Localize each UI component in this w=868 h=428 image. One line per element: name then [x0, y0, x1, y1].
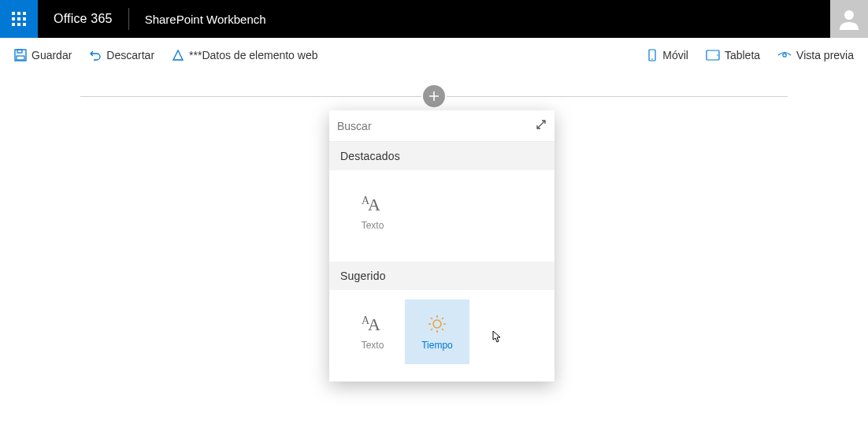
discard-label: Descartar	[106, 49, 154, 61]
app-launcher[interactable]	[0, 0, 38, 38]
tile-weather[interactable]: Tiempo	[405, 300, 469, 364]
webpart-data-label: ***Datos de elemento web	[189, 49, 317, 61]
triangle-icon	[172, 49, 184, 61]
preview-icon	[777, 50, 792, 61]
tile-text[interactable]: AA Texto	[340, 300, 405, 364]
section-suggested-body: AA Texto Tiempo	[329, 290, 555, 381]
suite-header: Office 365 SharePoint Workbench	[0, 0, 868, 38]
undo-icon	[89, 49, 102, 61]
tablet-icon	[706, 50, 720, 61]
app-title: SharePoint Workbench	[129, 13, 282, 26]
tile-text[interactable]: AA Texto	[340, 180, 405, 244]
mobile-button[interactable]: Móvil	[642, 46, 693, 65]
preview-button[interactable]: Vista previa	[773, 46, 859, 65]
user-avatar[interactable]	[830, 0, 868, 38]
tablet-label: Tableta	[725, 49, 760, 61]
save-icon	[14, 49, 27, 61]
mobile-label: Móvil	[662, 49, 688, 61]
tile-label: Texto	[362, 340, 384, 351]
canvas	[0, 73, 868, 106]
preview-label: Vista previa	[796, 49, 854, 61]
webpart-data-button[interactable]: ***Datos de elemento web	[167, 46, 322, 65]
svg-point-5	[651, 58, 653, 60]
svg-point-9	[433, 320, 441, 328]
tile-label: Texto	[362, 220, 384, 231]
tablet-button[interactable]: Tableta	[701, 46, 765, 65]
svg-point-7	[717, 54, 718, 56]
section-featured-body: AA Texto	[329, 170, 555, 262]
save-label: Guardar	[32, 49, 72, 61]
save-button[interactable]: Guardar	[9, 46, 76, 65]
section-suggested-header: Sugerido	[329, 262, 555, 290]
search-input[interactable]	[337, 120, 536, 132]
person-icon	[836, 6, 862, 32]
sun-icon	[425, 313, 450, 335]
add-webpart-button[interactable]	[423, 85, 445, 107]
expand-icon[interactable]	[536, 119, 547, 133]
section-divider	[80, 96, 788, 97]
webpart-picker: Destacados AA Texto Sugerido AA Texto	[329, 110, 555, 381]
svg-rect-2	[17, 50, 22, 53]
suite-brand[interactable]: Office 365	[38, 12, 128, 26]
waffle-icon	[12, 12, 26, 26]
section-featured-header: Destacados	[329, 142, 555, 170]
text-icon: AA	[360, 193, 385, 215]
text-icon: AA	[360, 313, 385, 335]
svg-point-0	[844, 10, 854, 20]
svg-rect-3	[17, 56, 24, 60]
svg-point-8	[783, 53, 786, 56]
picker-search-row	[329, 110, 555, 142]
tile-label: Tiempo	[421, 340, 453, 351]
mobile-icon	[647, 49, 658, 61]
command-bar: Guardar Descartar ***Datos de elemento w…	[0, 38, 868, 73]
discard-button[interactable]: Descartar	[84, 46, 159, 65]
plus-icon	[428, 91, 440, 102]
